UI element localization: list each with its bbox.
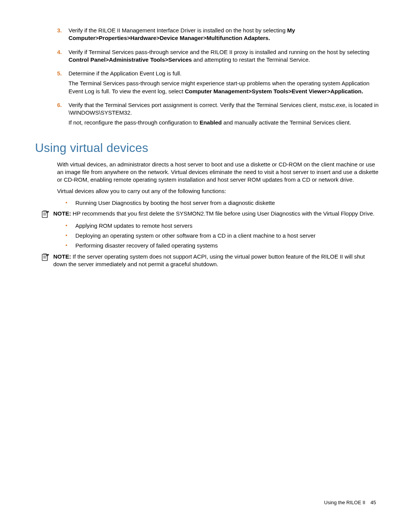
step-3: 3. Verify if the RILOE II Management Int… (35, 27, 379, 45)
note-block-1: NOTE: HP recommends that you first delet… (35, 210, 379, 218)
bullet-text: Applying ROM updates to remote host serv… (75, 222, 193, 230)
bullet-text: Running User Diagnostics by booting the … (75, 199, 275, 207)
step-6: 6. Verify that the Terminal Services por… (35, 101, 379, 129)
step-number: 5. (57, 70, 68, 97)
note-icon (41, 210, 49, 218)
step-body: Verify that the Terminal Services port a… (68, 101, 379, 129)
bullet-list-1: • Running User Diagnostics by booting th… (35, 199, 379, 207)
text-run: Verify if Terminal Services pass-through… (68, 49, 370, 55)
step-text: Verify if Terminal Services pass-through… (68, 48, 379, 64)
ordered-list: 3. Verify if the RILOE II Management Int… (35, 27, 379, 129)
step-body: Verify if Terminal Services pass-through… (68, 48, 379, 66)
bullet-dot-icon: • (65, 232, 75, 240)
step-text: The Terminal Services pass-through servi… (68, 80, 379, 95)
intro-paragraph: Virtual devices allow you to carry out a… (57, 187, 379, 195)
text-run: If the server operating system does not … (53, 253, 365, 267)
step-text: If not, reconfigure the pass-through con… (68, 119, 379, 126)
text-run: HP recommends that you first delete the … (71, 210, 374, 217)
bullet-dot-icon: • (65, 242, 75, 249)
step-body: Verify if the RILOE II Management Interf… (68, 27, 379, 45)
note-body: NOTE: If the server operating system doe… (53, 253, 379, 268)
section-heading: Using virtual devices (35, 140, 379, 156)
note-label: NOTE: (53, 210, 71, 217)
step-text: Verify if the RILOE II Management Interf… (68, 27, 379, 42)
bullet-dot-icon: • (65, 199, 75, 207)
note-body: NOTE: HP recommends that you first delet… (53, 210, 379, 217)
step-body: Determine if the Application Event Log i… (68, 70, 379, 97)
text-run: If not, reconfigure the pass-through con… (68, 119, 199, 126)
intro-block: With virtual devices, an administrator d… (35, 161, 379, 195)
bullet-list-2: • Applying ROM updates to remote host se… (35, 222, 379, 250)
bold-word: Enabled (199, 119, 221, 126)
step-number: 3. (57, 27, 68, 45)
step-text: Determine if the Application Event Log i… (68, 70, 379, 77)
bullet-item: • Performing disaster recovery of failed… (65, 242, 379, 249)
text-run: and manually activate the Terminal Servi… (222, 119, 351, 126)
step-5: 5. Determine if the Application Event Lo… (35, 70, 379, 97)
bullet-item: • Deploying an operating system or other… (65, 232, 379, 240)
note-text: NOTE: If the server operating system doe… (53, 253, 379, 268)
step-number: 4. (57, 48, 68, 66)
step-number: 6. (57, 101, 68, 129)
footer-title: Using the RILOE II (324, 500, 365, 505)
text-run: and attempting to restart the Terminal S… (192, 56, 310, 63)
step-text: Verify that the Terminal Services port a… (68, 101, 379, 117)
note-block-2: NOTE: If the server operating system doe… (35, 253, 379, 268)
bullet-item: • Running User Diagnostics by booting th… (65, 199, 379, 207)
bullet-text: Deploying an operating system or other s… (75, 232, 315, 240)
note-text: NOTE: HP recommends that you first delet… (53, 210, 379, 217)
bold-path: Control Panel>Administrative Tools>Servi… (68, 56, 192, 63)
page-footer: Using the RILOE II 45 (324, 499, 376, 506)
bullet-text: Performing disaster recovery of failed o… (75, 242, 218, 249)
bullet-dot-icon: • (65, 222, 75, 230)
note-icon (41, 253, 49, 261)
bold-path: Computer Management>System Tools>Event V… (185, 88, 363, 94)
text-run: Verify if the RILOE II Management Interf… (68, 27, 287, 34)
page-number: 45 (371, 500, 376, 505)
note-label: NOTE: (53, 253, 71, 260)
page-content: 3. Verify if the RILOE II Management Int… (0, 0, 411, 268)
intro-paragraph: With virtual devices, an administrator d… (57, 161, 379, 184)
step-4: 4. Verify if Terminal Services pass-thro… (35, 48, 379, 66)
bullet-item: • Applying ROM updates to remote host se… (65, 222, 379, 230)
